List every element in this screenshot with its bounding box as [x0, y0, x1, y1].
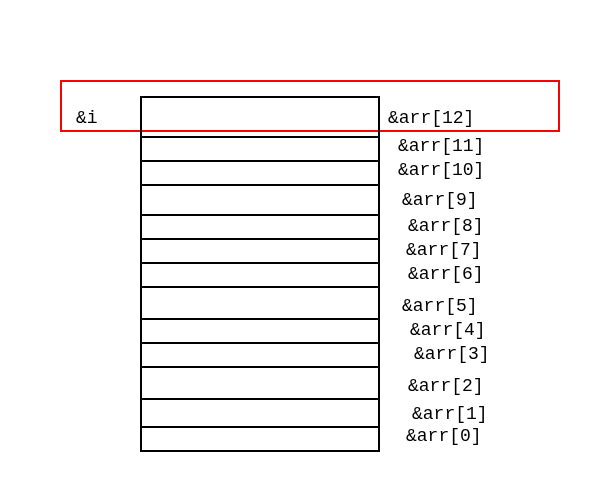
- address-label: &arr[4]: [410, 320, 486, 340]
- stack-cell: [140, 136, 380, 162]
- address-label: &arr[10]: [398, 160, 484, 180]
- pointer-label-i: &i: [76, 108, 98, 128]
- stack-cell: [140, 342, 380, 368]
- address-label: &arr[1]: [412, 404, 488, 424]
- stack-cell: [140, 398, 380, 428]
- stack-cell: [140, 426, 380, 452]
- stack-cell: [140, 286, 380, 320]
- address-label: &arr[9]: [402, 190, 478, 210]
- stack-cell: [140, 214, 380, 240]
- address-label: &arr[3]: [414, 344, 490, 364]
- address-label: &arr[5]: [402, 296, 478, 316]
- stack-cell: [140, 96, 380, 138]
- address-label: &arr[12]: [388, 108, 474, 128]
- address-label: &arr[6]: [408, 264, 484, 284]
- address-label: &arr[0]: [406, 426, 482, 446]
- address-label: &arr[8]: [408, 216, 484, 236]
- memory-diagram: &i &arr[12]&arr[11]&arr[10]&arr[9]&arr[8…: [0, 0, 592, 504]
- stack-cell: [140, 184, 380, 216]
- stack-cell: [140, 262, 380, 288]
- stack-cell: [140, 318, 380, 344]
- address-label: &arr[11]: [398, 136, 484, 156]
- stack-cell: [140, 366, 380, 400]
- address-label: &arr[2]: [408, 376, 484, 396]
- stack-cell: [140, 160, 380, 186]
- address-label: &arr[7]: [406, 240, 482, 260]
- stack-cell: [140, 238, 380, 264]
